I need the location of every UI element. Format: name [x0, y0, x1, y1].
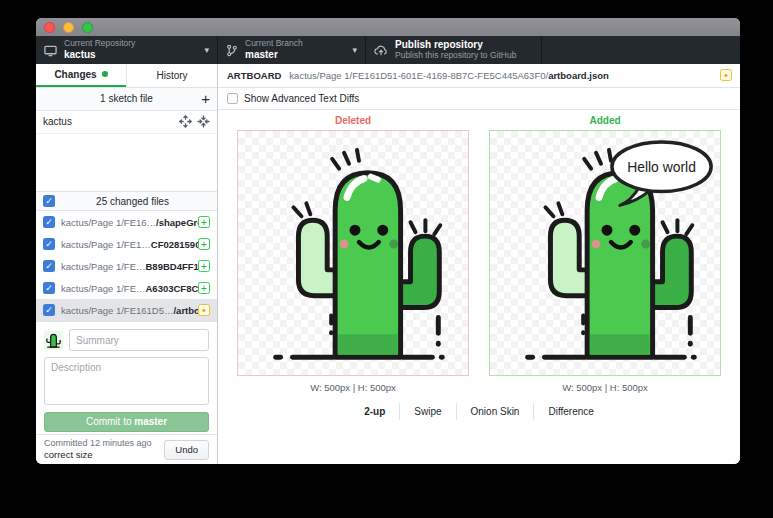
sketch-files-header: 1 sketch file + — [36, 88, 217, 111]
commit-button[interactable]: Commit to master — [44, 412, 209, 432]
undo-button[interactable]: Undo — [164, 440, 209, 460]
tab-changes[interactable]: Changes — [36, 64, 126, 87]
repository-icon — [44, 44, 57, 57]
description-input[interactable] — [44, 357, 209, 405]
file-checkbox[interactable]: ✓ — [43, 216, 55, 228]
file-row[interactable]: ✓ kactus/Page 1/FE16…/shapeGroup.json + — [36, 211, 217, 233]
status-added-icon: + — [198, 216, 210, 228]
current-branch-label: Current Branch — [245, 39, 303, 49]
file-row-selected[interactable]: ✓ kactus/Page 1/FE161D5…/artboard.json • — [36, 299, 217, 321]
artboard-path: kactus/Page 1/FE161D51-601E-4169-8B7C-FE… — [289, 70, 608, 81]
file-path: kactus/Page 1/FE1…CF02815907 2.json — [61, 239, 198, 250]
deleted-label: Deleted — [237, 115, 469, 126]
diff-panel: ARTBOARD kactus/Page 1/FE161D51-601E-416… — [218, 64, 740, 464]
deleted-image-dimensions: W: 500px | H: 500px — [237, 382, 469, 393]
status-modified-icon: • — [198, 304, 210, 316]
file-checkbox[interactable]: ✓ — [43, 282, 55, 294]
changes-indicator-dot — [102, 71, 108, 77]
artboard-header: ARTBOARD kactus/Page 1/FE161D51-601E-416… — [218, 64, 740, 88]
app-window: Current Repository kactus ▾ Current Bran… — [36, 18, 740, 464]
titlebar — [36, 18, 740, 36]
avatar — [44, 331, 63, 350]
expand-arrows-icon[interactable] — [179, 115, 192, 128]
file-path: kactus/Page 1/FE…A6303CF8CF 2.json — [61, 283, 198, 294]
tab-history[interactable]: History — [126, 64, 217, 87]
last-commit-summary: correct size — [44, 449, 164, 461]
commit-form: Commit to master — [36, 321, 217, 434]
status-added-icon: + — [198, 282, 210, 294]
status-added-icon: + — [198, 238, 210, 250]
file-path: kactus/Page 1/FE161D5…/artboard.json — [61, 305, 198, 316]
summary-input[interactable] — [69, 329, 209, 351]
undo-commit-bar: Committed 12 minutes ago correct size Un… — [36, 434, 217, 464]
file-path: kactus/Page 1/FE…B89BD4FF1B 2.json — [61, 261, 198, 272]
sketch-file-name: kactus — [43, 116, 174, 127]
cactus-illustration — [238, 131, 468, 375]
deleted-image-preview — [237, 130, 469, 376]
file-row[interactable]: ✓ kactus/Page 1/FE1…CF02815907 2.json + — [36, 233, 217, 255]
cactus-illustration-with-bubble: Hello world — [490, 131, 720, 375]
added-label: Added — [489, 115, 721, 126]
zoom-window-button[interactable] — [82, 22, 93, 33]
mode-2up-button[interactable]: 2-up — [350, 403, 399, 420]
sketch-file-row[interactable]: kactus — [36, 111, 217, 134]
diff-mode-switcher: 2-up Swipe Onion Skin Difference — [350, 403, 608, 420]
added-image-preview: Hello world — [489, 130, 721, 376]
advanced-diffs-label: Show Advanced Text Diffs — [244, 93, 359, 104]
chevron-down-icon: ▾ — [352, 45, 357, 55]
current-repository-dropdown[interactable]: Current Repository kactus ▾ — [36, 36, 218, 64]
committed-time-label: Committed 12 minutes ago — [44, 438, 164, 449]
upload-cloud-icon — [374, 44, 388, 57]
file-path: kactus/Page 1/FE16…/shapeGroup.json — [61, 217, 198, 228]
tab-changes-label: Changes — [54, 69, 96, 80]
add-sketch-file-button[interactable]: + — [201, 91, 210, 106]
git-branch-icon — [226, 44, 238, 57]
artboard-kind-label: ARTBOARD — [227, 70, 281, 81]
file-row[interactable]: ✓ kactus/Page 1/FE…B89BD4FF1B 2.json + — [36, 255, 217, 277]
file-checkbox[interactable]: ✓ — [43, 238, 55, 250]
current-repository-label: Current Repository — [64, 39, 135, 49]
mode-swipe-button[interactable]: Swipe — [399, 403, 455, 420]
added-image-dimensions: W: 500px | H: 500px — [489, 382, 721, 393]
file-checkbox[interactable]: ✓ — [43, 260, 55, 272]
collapse-arrows-icon[interactable] — [197, 115, 210, 128]
sidebar: Changes History 1 sketch file + kactus — [36, 64, 218, 464]
close-window-button[interactable] — [44, 22, 55, 33]
sidebar-tabs: Changes History — [36, 64, 217, 88]
file-row[interactable]: ✓ kactus/Page 1/FE…A6303CF8CF 2.json + — [36, 277, 217, 299]
status-added-icon: + — [198, 260, 210, 272]
chevron-down-icon: ▾ — [204, 45, 209, 55]
minimize-window-button[interactable] — [63, 22, 74, 33]
current-branch-value: master — [245, 49, 303, 61]
mode-difference-button[interactable]: Difference — [533, 403, 607, 420]
current-branch-dropdown[interactable]: Current Branch master ▾ — [218, 36, 366, 64]
changed-files-list: ✓ kactus/Page 1/FE16…/shapeGroup.json + … — [36, 211, 217, 321]
publish-repository-button[interactable]: Publish repository Publish this reposito… — [366, 36, 542, 64]
publish-repository-subtitle: Publish this repository to GitHub — [395, 51, 516, 61]
speech-bubble-text: Hello world — [627, 159, 696, 175]
file-checkbox[interactable]: ✓ — [43, 304, 55, 316]
select-all-checkbox[interactable]: ✓ — [43, 195, 55, 207]
status-modified-icon: • — [720, 69, 732, 81]
toolbar: Current Repository kactus ▾ Current Bran… — [36, 36, 740, 64]
changed-files-header: ✓ 25 changed files — [36, 191, 217, 211]
image-diff-area: Deleted Added Hello world — [218, 110, 740, 464]
mode-onion-skin-button[interactable]: Onion Skin — [456, 403, 534, 420]
toolbar-filler — [542, 36, 740, 64]
advanced-diffs-row: Show Advanced Text Diffs — [218, 88, 740, 110]
tab-history-label: History — [156, 70, 187, 81]
changed-files-count: 25 changed files — [55, 196, 210, 207]
sketch-list-empty-area — [36, 134, 217, 192]
current-repository-value: kactus — [64, 49, 135, 61]
advanced-diffs-checkbox[interactable] — [227, 93, 238, 104]
sketch-file-count: 1 sketch file — [36, 93, 217, 104]
